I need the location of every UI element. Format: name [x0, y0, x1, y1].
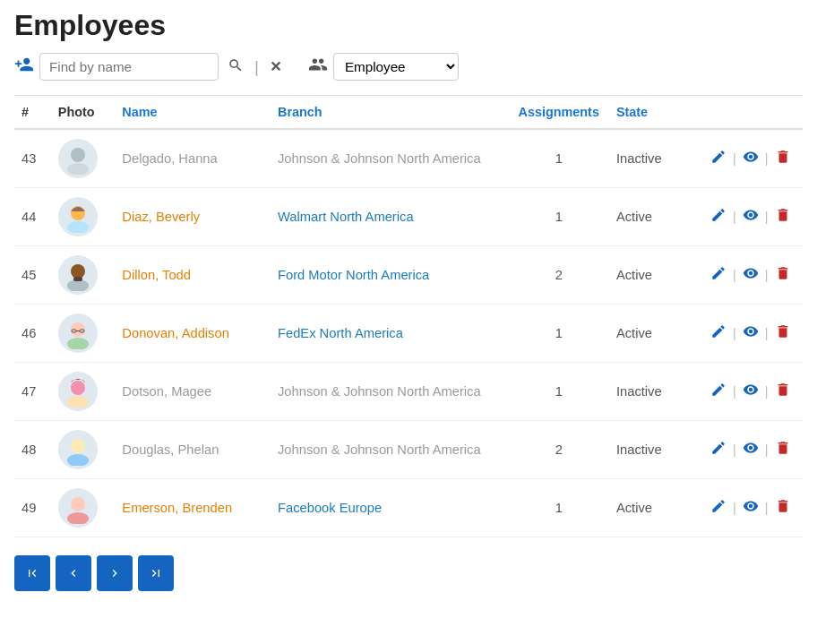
- add-user-icon[interactable]: [14, 55, 34, 79]
- edit-button[interactable]: [708, 322, 729, 345]
- svg-point-3: [67, 221, 89, 233]
- row-branch: Facebook Europe: [271, 479, 509, 537]
- col-header-state: State: [609, 96, 701, 129]
- svg-point-12: [71, 381, 85, 395]
- action-sep-2: |: [765, 501, 769, 515]
- edit-button[interactable]: [708, 496, 729, 519]
- row-branch: FedEx North America: [271, 305, 509, 363]
- pagination: [14, 555, 803, 591]
- row-id: 49: [14, 479, 51, 537]
- employees-table: # Photo Name Branch Assignments State 43…: [14, 96, 803, 537]
- col-header-actions: [701, 96, 803, 129]
- row-actions: | |: [701, 421, 803, 479]
- action-sep-2: |: [765, 326, 769, 340]
- clear-search-button[interactable]: ✕: [266, 55, 285, 79]
- edit-button[interactable]: [708, 438, 729, 461]
- view-button[interactable]: [740, 205, 761, 228]
- edit-button[interactable]: [708, 205, 729, 228]
- action-sep-1: |: [733, 268, 736, 282]
- action-sep-2: |: [765, 268, 769, 282]
- row-name: Douglas, Phelan: [115, 421, 271, 479]
- view-button[interactable]: [740, 147, 761, 170]
- last-page-button[interactable]: [138, 555, 174, 591]
- delete-button[interactable]: [772, 380, 794, 403]
- row-assignments: 2: [509, 246, 609, 305]
- row-state: Active: [609, 188, 701, 246]
- row-state: Active: [609, 246, 701, 305]
- svg-point-1: [67, 163, 89, 175]
- delete-button[interactable]: [772, 438, 794, 461]
- first-page-button[interactable]: [14, 555, 50, 591]
- row-name: Emerson, Brenden: [115, 479, 271, 537]
- row-photo: [51, 188, 116, 246]
- table-header-row: # Photo Name Branch Assignments State: [14, 96, 803, 129]
- delete-button[interactable]: [772, 263, 794, 287]
- toolbar: | ✕ Employee Manager Admin: [14, 53, 803, 81]
- delete-button[interactable]: [772, 147, 794, 170]
- row-actions: | |: [701, 363, 803, 421]
- row-branch: Johnson & Johnson North America: [271, 421, 509, 479]
- row-id: 47: [14, 363, 51, 421]
- delete-button[interactable]: [772, 496, 794, 519]
- view-button[interactable]: [740, 496, 761, 519]
- filter-wrapper: Employee Manager Admin: [308, 53, 459, 81]
- svg-point-17: [67, 512, 89, 524]
- avatar: [58, 255, 98, 295]
- delete-button[interactable]: [772, 205, 794, 228]
- next-page-button[interactable]: [97, 555, 133, 591]
- edit-button[interactable]: [708, 147, 729, 170]
- row-name: Dotson, Magee: [115, 363, 271, 421]
- row-photo: [51, 305, 116, 363]
- view-button[interactable]: [740, 438, 761, 461]
- action-sep-2: |: [765, 210, 769, 224]
- svg-point-0: [71, 148, 85, 162]
- row-assignments: 1: [509, 363, 609, 421]
- row-name: Donovan, Addison: [115, 305, 271, 363]
- view-button[interactable]: [740, 380, 761, 403]
- action-sep-1: |: [733, 384, 736, 399]
- row-state: Active: [609, 305, 701, 363]
- avatar: [58, 197, 98, 236]
- action-sep-2: |: [765, 151, 769, 166]
- row-name: Diaz, Beverly: [115, 188, 271, 246]
- search-button[interactable]: [224, 54, 247, 81]
- avatar: [58, 430, 98, 469]
- row-assignments: 2: [509, 421, 609, 479]
- table-row: 44 Diaz, Beverly Walmart North America 1…: [14, 188, 803, 246]
- view-button[interactable]: [740, 322, 761, 345]
- row-photo: [51, 246, 116, 305]
- svg-point-14: [71, 439, 85, 453]
- row-photo: [51, 421, 116, 479]
- svg-point-8: [67, 338, 89, 349]
- delete-button[interactable]: [772, 322, 794, 345]
- page-title: Employees: [14, 9, 803, 42]
- svg-point-16: [71, 497, 85, 511]
- row-id: 43: [14, 129, 51, 188]
- row-state: Inactive: [609, 363, 701, 421]
- avatar: [58, 372, 98, 411]
- row-assignments: 1: [509, 129, 609, 188]
- row-state: Inactive: [609, 129, 701, 188]
- col-header-photo: Photo: [51, 96, 116, 129]
- avatar: [58, 488, 98, 528]
- avatar: [58, 139, 98, 178]
- svg-point-15: [67, 454, 89, 466]
- row-assignments: 1: [509, 188, 609, 246]
- edit-button[interactable]: [708, 263, 729, 287]
- action-sep-1: |: [733, 442, 736, 457]
- row-id: 45: [14, 246, 51, 305]
- row-branch: Ford Motor North America: [271, 246, 509, 305]
- row-actions: | |: [701, 479, 803, 537]
- table-row: 49 Emerson, Brenden Facebook Europe 1 Ac…: [14, 479, 803, 537]
- row-actions: | |: [701, 305, 803, 363]
- table-row: 45 Dillon, Todd Ford Motor North America…: [14, 246, 803, 305]
- prev-page-button[interactable]: [56, 555, 91, 591]
- search-input[interactable]: [39, 53, 219, 81]
- view-button[interactable]: [740, 263, 761, 287]
- filter-icon: [308, 55, 328, 79]
- edit-button[interactable]: [708, 380, 729, 403]
- employee-filter-select[interactable]: Employee Manager Admin: [333, 53, 459, 81]
- table-row: 48 Douglas, Phelan Johnson & Johnson Nor…: [14, 421, 803, 479]
- row-actions: | |: [701, 188, 803, 246]
- row-name: Dillon, Todd: [115, 246, 271, 305]
